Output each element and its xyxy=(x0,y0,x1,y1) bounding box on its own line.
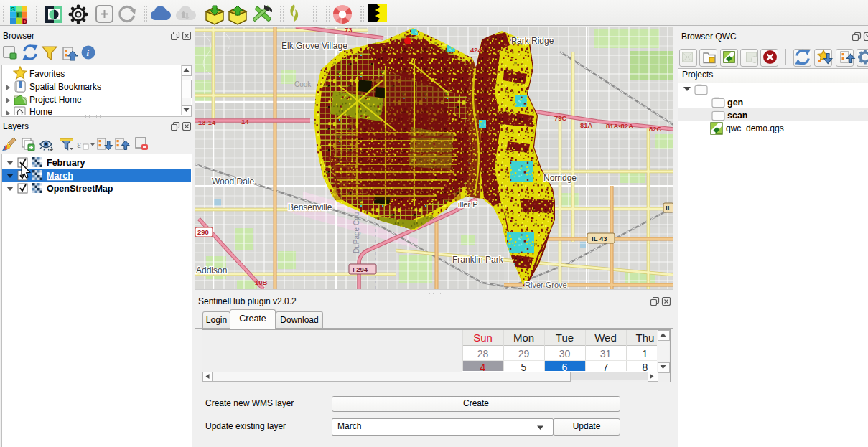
svg-text:10B: 10B xyxy=(255,278,268,286)
svg-text:82C: 82C xyxy=(649,125,662,133)
svg-text:73: 73 xyxy=(345,27,353,34)
svg-text:I 294: I 294 xyxy=(353,265,368,273)
svg-text:79C: 79C xyxy=(554,114,567,122)
svg-text:81A: 81A xyxy=(580,121,593,129)
svg-text:Spatial Bookmarks: Spatial Bookmarks xyxy=(29,82,101,92)
svg-text:OpenStreetMap: OpenStreetMap xyxy=(47,184,113,194)
svg-text:IL 43: IL 43 xyxy=(592,235,607,243)
svg-text:IL: IL xyxy=(666,204,672,212)
svg-text:February: February xyxy=(47,158,85,168)
svg-text:Project Home: Project Home xyxy=(29,95,82,105)
svg-text:River Grove: River Grove xyxy=(525,281,567,289)
svg-text:Elk Grove Village: Elk Grove Village xyxy=(281,41,347,51)
svg-text:Addison: Addison xyxy=(196,265,227,276)
svg-text:iller P: iller P xyxy=(458,200,478,209)
svg-text:Bensenville: Bensenville xyxy=(288,202,332,212)
svg-text:S: S xyxy=(11,5,15,13)
svg-text:424: 424 xyxy=(470,46,482,54)
svg-text:290: 290 xyxy=(197,228,209,236)
svg-text:D: D xyxy=(22,17,27,25)
svg-text:Favorites: Favorites xyxy=(29,69,65,79)
svg-text:Home: Home xyxy=(29,107,52,115)
svg-text:qwc_demo.qgs: qwc_demo.qgs xyxy=(726,123,784,133)
svg-text:DuPage Cou: DuPage Cou xyxy=(353,212,360,253)
svg-text:Franklin Park: Franklin Park xyxy=(452,255,504,265)
svg-text:L: L xyxy=(17,11,21,19)
svg-text:March: March xyxy=(47,171,73,181)
svg-text:14: 14 xyxy=(241,118,249,126)
svg-text:Wood Dale: Wood Dale xyxy=(212,177,254,187)
svg-text:81A-82A: 81A-82A xyxy=(606,122,633,130)
svg-text:ε: ε xyxy=(77,138,81,150)
svg-text:scan: scan xyxy=(727,110,748,121)
svg-text:gen: gen xyxy=(727,98,743,108)
svg-text:i: i xyxy=(87,47,90,58)
svg-text:Norridge: Norridge xyxy=(543,173,577,183)
svg-text:Cook: Cook xyxy=(294,80,312,88)
svg-text:Park Ridge: Park Ridge xyxy=(511,36,554,46)
svg-text:13-14: 13-14 xyxy=(198,118,216,126)
